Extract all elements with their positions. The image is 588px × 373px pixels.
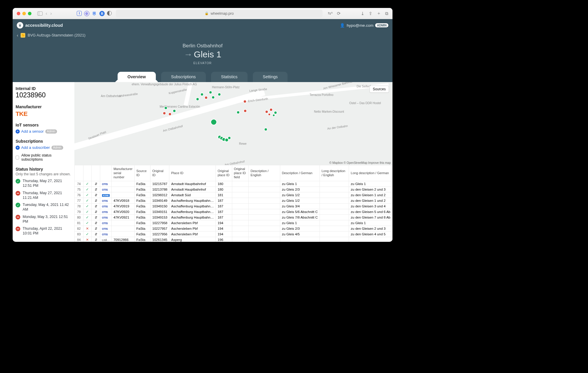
elevator-icon: ⇵ bbox=[92, 215, 100, 220]
map-marker[interactable] bbox=[173, 109, 176, 113]
map-marker[interactable] bbox=[163, 111, 166, 115]
back-button[interactable]: ‹ bbox=[46, 11, 47, 16]
maximize-window-icon[interactable] bbox=[28, 12, 31, 15]
translate-icon[interactable]: ⇆ᴬ bbox=[328, 11, 333, 16]
reload-icon[interactable]: ⟳ bbox=[337, 11, 341, 16]
app-logo[interactable]: accessibility.cloud bbox=[17, 22, 63, 29]
map-marker[interactable] bbox=[243, 109, 247, 113]
breadcrumb[interactable]: ‹ 🐤 BVG Aufzugs-Stammdaten (2021) bbox=[17, 33, 388, 38]
map-marker[interactable] bbox=[200, 93, 204, 96]
tab-overview[interactable]: Overview bbox=[118, 72, 156, 82]
close-window-icon[interactable] bbox=[17, 12, 20, 15]
table-row[interactable]: 84✕⇵Lödi…70912866FaSta10261345Asperg196 bbox=[75, 237, 392, 242]
history-item[interactable]: Tuesday, May 4, 2021 11:42 AM bbox=[16, 202, 71, 212]
map-marker[interactable] bbox=[265, 110, 268, 114]
history-item[interactable]: Monday, May 3, 2021 12:51 PM bbox=[16, 214, 71, 224]
facility-name: Gleis 1 bbox=[194, 49, 221, 59]
map-marker[interactable] bbox=[196, 97, 199, 101]
map-marker[interactable] bbox=[168, 112, 172, 116]
download-icon[interactable]: ⤓ bbox=[361, 11, 365, 16]
map-marker[interactable] bbox=[209, 91, 212, 94]
table-row[interactable]: 82✕⇵OTISFaSta10227957Aschersleben Pbf194… bbox=[75, 226, 392, 232]
map-marker[interactable] bbox=[268, 113, 271, 116]
add-subscriber-button[interactable]: + Add a subscriber Admin bbox=[16, 145, 71, 150]
map[interactable]: Am OstbahnhofAndreasstraßeStralauer Plat… bbox=[74, 82, 392, 165]
table-row[interactable]: 79✓⇵OTIS47KV0920FaSta10349151Aschaffenbu… bbox=[75, 209, 392, 215]
internal-id-label: Internal ID bbox=[16, 86, 71, 91]
table-row[interactable]: 75✓⇵OTISFaSta10213788Arnstadt Hauptbahnh… bbox=[75, 187, 392, 192]
history-item[interactable]: Thursday, May 27, 2021 12:51 PM bbox=[16, 179, 71, 188]
th-desc-de[interactable]: Description / German bbox=[280, 165, 320, 181]
table-row[interactable]: 81✓⇵OTISFaSta10227958Aschersleben Pbf194… bbox=[75, 220, 392, 226]
map-marker[interactable] bbox=[272, 114, 275, 117]
elevator-icon: ⇵ bbox=[92, 220, 100, 226]
elevator-icon: ⇵ bbox=[92, 181, 100, 187]
map-marker[interactable] bbox=[211, 119, 217, 125]
th-original-id[interactable]: Original ID bbox=[151, 165, 169, 181]
sidebar-toggle-icon[interactable] bbox=[37, 11, 43, 16]
table-row[interactable]: 74✓⇵OTISFaSta10215787Arnstadt Hauptbahnh… bbox=[75, 181, 392, 187]
table-row[interactable]: 76✓⇵KONEFaSta10298312Arnstadt Süd181zu G… bbox=[75, 192, 392, 198]
history-item[interactable]: Thursday, May 27, 2021 11:21 AM bbox=[16, 191, 71, 200]
tab-settings[interactable]: Settings bbox=[253, 72, 288, 82]
map-marker[interactable] bbox=[236, 111, 240, 114]
map-attribution[interactable]: © Mapbox © OpenStreetMap Improve this ma… bbox=[329, 161, 391, 164]
window-controls[interactable] bbox=[17, 12, 31, 15]
add-sensor-button[interactable]: + Add a sensor Admin bbox=[16, 129, 71, 134]
th-mfg-sn[interactable]: Manufacturer serial number bbox=[111, 165, 134, 181]
status-ok-icon: ✓ bbox=[83, 181, 92, 187]
th-place-id[interactable]: Place ID bbox=[169, 165, 216, 181]
map-marker[interactable] bbox=[228, 136, 231, 140]
share-icon[interactable]: ⇪ bbox=[369, 11, 372, 16]
map-marker[interactable] bbox=[164, 106, 168, 110]
table-row[interactable]: 78✓⇵OTIS47KV0919FaSta10349150Aschaffenbu… bbox=[75, 204, 392, 209]
history-item[interactable]: Thursday, April 22, 2021 10:01 PM bbox=[16, 226, 71, 236]
tab-statistics[interactable]: Statistics bbox=[211, 72, 248, 82]
manufacturer-logo: Lödi… bbox=[100, 237, 111, 242]
forward-button[interactable]: › bbox=[50, 11, 52, 16]
url-bar[interactable]: 🔒 wheelmap.pro bbox=[116, 10, 323, 17]
data-table[interactable]: Manufacturer serial number Source ID Ori… bbox=[74, 165, 392, 242]
manufacturer-logo: KONE bbox=[100, 192, 111, 198]
browser-window: ‹ › I ◎ ⛨ B 🔒 wheelmap.pro ⇆ᴬ ⟳ ⤓ ⇪ ＋ ⧉ bbox=[13, 8, 392, 242]
facility-type: ELEVATOR bbox=[17, 61, 388, 65]
extension-icon[interactable]: I bbox=[77, 11, 82, 16]
map-marker[interactable] bbox=[243, 100, 247, 103]
th-long-en[interactable]: Long description / English bbox=[320, 165, 349, 181]
status-fail-icon: ✕ bbox=[83, 237, 92, 242]
th-long-de[interactable]: Long description / German bbox=[349, 165, 392, 181]
manufacturer-logo: OTIS bbox=[100, 209, 111, 215]
tabs-icon[interactable]: ⧉ bbox=[385, 11, 388, 16]
th-orig-place-id-field[interactable]: Original place ID field bbox=[232, 165, 249, 181]
history-timestamp: Thursday, May 27, 2021 12:51 PM bbox=[23, 179, 71, 188]
accessibility-icon bbox=[17, 22, 23, 29]
table-row[interactable]: 83✓⇵OTISFaSta10227956Aschersleben Pbf194… bbox=[75, 232, 392, 237]
status-ok-icon: ✓ bbox=[83, 192, 92, 198]
sources-button[interactable]: Sources bbox=[370, 86, 389, 93]
new-tab-icon[interactable]: ＋ bbox=[377, 11, 381, 16]
map-marker[interactable] bbox=[211, 96, 215, 99]
map-label: Andreasstraße bbox=[118, 92, 138, 98]
elevator-icon: ⇵ bbox=[92, 192, 100, 198]
map-marker[interactable] bbox=[218, 93, 221, 96]
checkbox-icon bbox=[16, 156, 19, 159]
extension-icon[interactable]: ◎ bbox=[84, 11, 89, 16]
privacy-icon[interactable] bbox=[107, 11, 112, 16]
allow-public-checkbox[interactable]: Allow public status subscriptions bbox=[16, 153, 71, 161]
minimize-window-icon[interactable] bbox=[22, 12, 26, 15]
tab-subscriptions[interactable]: Subscriptions bbox=[161, 72, 206, 82]
th-desc-en[interactable]: Description / English bbox=[249, 165, 280, 181]
table-row[interactable]: 80✓⇵OTIS47KV0921FaSta10349153Aschaffenbu… bbox=[75, 215, 392, 220]
th-source-id[interactable]: Source ID bbox=[134, 165, 150, 181]
shield-icon[interactable]: ⛨ bbox=[92, 11, 97, 16]
map-marker[interactable] bbox=[204, 96, 208, 99]
map-marker[interactable] bbox=[269, 108, 273, 111]
th-orig-place-id[interactable]: Original place ID bbox=[216, 165, 232, 181]
status-ok-icon: ✓ bbox=[83, 232, 92, 237]
app-header: accessibility.cloud 👤 hypo@me.com ADMIN … bbox=[13, 19, 392, 82]
map-label: Hermann-Stöhr-Platz bbox=[212, 86, 240, 89]
extension-icon[interactable]: B bbox=[99, 11, 105, 16]
map-marker[interactable] bbox=[264, 128, 268, 131]
table-row[interactable]: 77✓⇵OTIS47KV0918FaSta10349149Aschaffenbu… bbox=[75, 198, 392, 204]
user-menu[interactable]: 👤 hypo@me.com ADMIN bbox=[340, 23, 388, 28]
